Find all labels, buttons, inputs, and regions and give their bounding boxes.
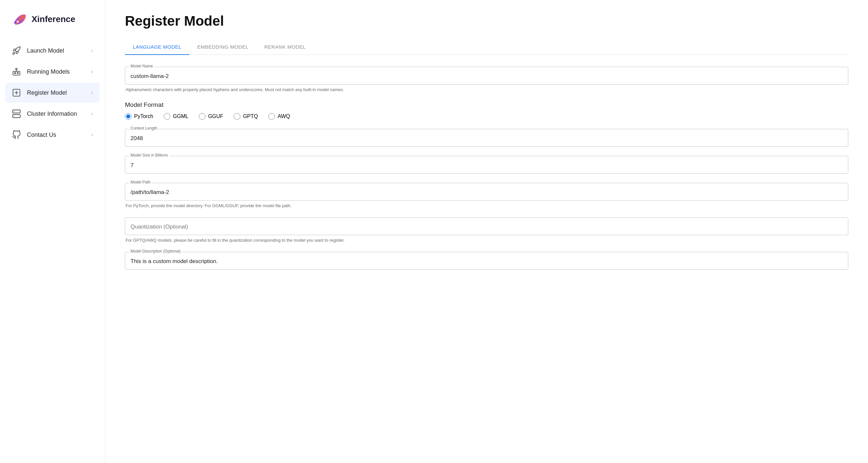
svg-rect-2 (13, 71, 20, 75)
model-path-label: Model Path (129, 180, 152, 184)
model-name-hint: Alphanumeric characters with properly pl… (125, 87, 848, 92)
svg-rect-12 (12, 115, 20, 117)
radio-option-pytorch[interactable]: PyTorch (125, 113, 153, 120)
model-name-label: Model Name (129, 64, 154, 68)
quantization-wrapper (125, 217, 848, 235)
sidebar-label-register-model: Register Model (27, 89, 67, 96)
sidebar-label-cluster-info: Cluster Information (27, 111, 77, 117)
radio-gptq[interactable] (234, 113, 240, 120)
model-size-input[interactable] (125, 156, 848, 173)
logo-area: Xinference (0, 0, 105, 41)
radio-ggml[interactable] (164, 113, 170, 120)
server-icon (12, 109, 21, 118)
github-icon (12, 130, 21, 140)
model-description-label: Model Description (Optional) (129, 249, 182, 253)
logo-icon (10, 10, 28, 28)
model-path-wrapper: Model Path (125, 183, 848, 200)
svg-point-1 (17, 21, 19, 23)
radio-option-awq[interactable]: AWQ (268, 113, 290, 120)
model-description-wrapper: Model Description (Optional) (125, 252, 848, 270)
context-length-wrapper: Context Length (125, 129, 848, 147)
model-name-input[interactable] (125, 67, 848, 84)
quantization-field-group: For GPTQ/AWQ models, please be careful t… (125, 217, 848, 243)
sidebar-item-running-models[interactable]: Running Models › (5, 62, 100, 82)
radio-gptq-label: GPTQ (243, 114, 258, 119)
model-path-field-group: Model Path For PyTorch, provide the mode… (125, 183, 848, 208)
plus-square-icon (12, 88, 21, 97)
tab-rerank-model[interactable]: RERANK MODEL (256, 39, 314, 55)
robot-icon (12, 67, 21, 76)
context-length-field-group: Context Length (125, 129, 848, 147)
radio-pytorch[interactable] (125, 113, 131, 120)
radio-pytorch-label: PyTorch (134, 114, 153, 119)
model-name-field-group: Model Name Alphanumeric characters with … (125, 67, 848, 92)
radio-gguf-label: GGUF (208, 114, 223, 119)
brand-name: Xinference (32, 14, 75, 24)
sidebar-item-launch-model[interactable]: Launch Model › (5, 41, 100, 61)
model-path-hint: For PyTorch, provide the model directory… (125, 203, 848, 208)
model-size-label: Model Size in Billions (129, 153, 169, 157)
chevron-right-icon: › (91, 90, 93, 96)
sidebar-label-contact-us: Contact Us (27, 131, 56, 138)
sidebar-label-launch-model: Launch Model (27, 48, 64, 54)
quantization-hint: For GPTQ/AWQ models, please be careful t… (125, 238, 848, 243)
model-size-field-group: Model Size in Billions (125, 156, 848, 174)
page-title: Register Model (125, 13, 848, 29)
main-content: Register Model LANGUAGE MODEL EMBEDDING … (105, 0, 868, 463)
model-format-label: Model Format (125, 101, 848, 109)
sidebar: Xinference Launch Model › (0, 0, 105, 463)
register-form: Model Name Alphanumeric characters with … (125, 67, 848, 270)
tab-embedding-model[interactable]: EMBEDDING MODEL (189, 39, 256, 55)
tab-bar: LANGUAGE MODEL EMBEDDING MODEL RERANK MO… (125, 39, 848, 55)
model-size-wrapper: Model Size in Billions (125, 156, 848, 174)
radio-ggml-label: GGML (173, 114, 188, 119)
radio-option-gguf[interactable]: GGUF (199, 113, 223, 120)
quantization-input[interactable] (125, 218, 848, 235)
context-length-label: Context Length (129, 126, 158, 130)
radio-option-gptq[interactable]: GPTQ (234, 113, 258, 120)
model-description-input[interactable] (125, 252, 848, 269)
tab-language-model[interactable]: LANGUAGE MODEL (125, 39, 189, 55)
chevron-right-icon: › (91, 132, 93, 138)
nav-menu: Launch Model › Running Models › (0, 41, 105, 145)
rocket-icon (12, 46, 21, 55)
radio-awq[interactable] (268, 113, 275, 120)
radio-gguf[interactable] (199, 113, 206, 120)
chevron-right-icon: › (91, 48, 93, 54)
model-name-wrapper: Model Name (125, 67, 848, 85)
model-format-field-group: Model Format PyTorch GGML GGUF GPTQ (125, 101, 848, 120)
sidebar-item-contact-us[interactable]: Contact Us › (5, 125, 100, 145)
sidebar-item-register-model[interactable]: Register Model › (5, 83, 100, 102)
chevron-right-icon: › (91, 111, 93, 117)
model-path-input[interactable] (125, 183, 848, 200)
context-length-input[interactable] (125, 129, 848, 146)
chevron-right-icon: › (91, 69, 93, 75)
sidebar-label-running-models: Running Models (27, 68, 70, 75)
radio-awq-label: AWQ (278, 114, 290, 119)
model-description-field-group: Model Description (Optional) (125, 252, 848, 270)
svg-rect-11 (12, 110, 20, 113)
sidebar-item-cluster-information[interactable]: Cluster Information › (5, 104, 100, 124)
model-format-options: PyTorch GGML GGUF GPTQ AWQ (125, 113, 848, 120)
radio-option-ggml[interactable]: GGML (164, 113, 188, 120)
